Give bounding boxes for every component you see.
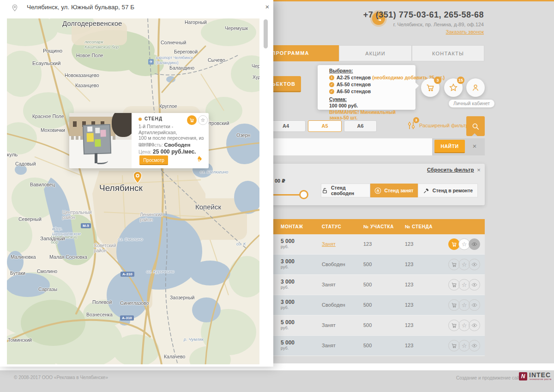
modal-close-icon[interactable]: ×	[263, 3, 271, 11]
montage-price: 3 000руб.	[281, 279, 295, 290]
map-place-label: Рощино	[43, 48, 62, 53]
stand-occupancy: Занятость: Свободен	[138, 142, 190, 148]
nav-tab[interactable]: КОНТАКТЫ	[412, 45, 484, 61]
montage-price: 3 000руб.	[281, 258, 295, 269]
map-place-label: Долгодеревенское	[62, 21, 122, 26]
selection-item-label: А5-50 стендов	[337, 82, 371, 87]
map-canvas[interactable]: ДолгодеревенскоеНагорныйЧеремушклесопарк…	[7, 18, 259, 364]
favorites-button[interactable]: 15	[444, 78, 463, 97]
cart-icon	[451, 302, 457, 308]
selection-item-status-icon: !	[329, 75, 334, 80]
map-place-label: Есаульский	[32, 61, 60, 66]
cart-button[interactable]: 3	[421, 78, 440, 97]
cart-icon	[189, 118, 194, 123]
map-place-label: Малая Сосновка	[49, 255, 87, 260]
map-pin-marker[interactable]	[132, 171, 143, 184]
stand-status: Занят	[322, 322, 336, 328]
map-place-label: Заозерный	[170, 295, 195, 300]
row-view-button[interactable]	[469, 340, 480, 351]
selection-item-label: А6-50 стендов	[337, 89, 371, 94]
map-place-label: Бутаки	[10, 271, 25, 276]
map-place-label: Малиновка	[11, 255, 36, 260]
eye-icon	[471, 261, 477, 267]
stand-status-filter-button[interactable]: Стенд свободен	[321, 184, 370, 197]
plot-number: 123	[363, 241, 372, 247]
eye-icon	[471, 343, 477, 349]
stand-photo	[69, 113, 132, 168]
personal-cabinet-tooltip: Личный кабинет	[449, 100, 494, 107]
stand-status-filter-button[interactable]: Стенд занят	[370, 184, 418, 197]
map-place-label: Вознесенка	[86, 312, 113, 317]
cart-icon	[451, 343, 457, 349]
selection-item: ! А2-25 стендов (необходимо добавить 25 …	[329, 75, 416, 81]
reset-filter-link[interactable]: Сбросить фильтр	[427, 167, 474, 172]
hot-offer-flame-icon	[195, 154, 203, 164]
price-unit: руб.	[281, 305, 295, 310]
map-place-label: Круглое	[159, 104, 177, 109]
search-close-icon[interactable]: ×	[469, 141, 480, 152]
modal-scrollbar[interactable]	[264, 19, 268, 48]
road-number-badge: М-5	[81, 223, 91, 228]
sum-value: 100 000 руб.	[329, 103, 416, 108]
selection-item-status-icon: ✓	[329, 82, 334, 87]
stand-number: 123	[405, 322, 413, 328]
map-place-label: оз. К	[236, 241, 246, 246]
row-view-button[interactable]	[469, 299, 480, 311]
modal-title: Челябинск, ул. Южный бульвар, 57 Б	[27, 4, 134, 11]
search-button[interactable]	[466, 116, 485, 136]
map-place-label: Калачево	[164, 354, 185, 359]
price-slider-handle[interactable]	[299, 190, 308, 199]
row-view-button[interactable]	[469, 259, 480, 270]
price-unit: руб.	[281, 285, 295, 290]
map-place-label: вдхр. Шершнёвское	[52, 226, 81, 236]
stand-number: 123	[405, 343, 413, 348]
map-place-label: Баландино	[169, 65, 194, 71]
format-filter-button[interactable]: А5	[308, 120, 342, 132]
lock-closed-icon	[374, 187, 381, 194]
stand-status: Свободен	[322, 261, 345, 267]
stand-info-popup: СТЕНД ☆ 1-й Пятилетки - Артиллерийская, …	[69, 113, 209, 168]
intec-logo[interactable]: N INTEC технологии роста	[519, 372, 551, 380]
stand-status-filter-button[interactable]: Стенд в ремонте	[418, 184, 478, 197]
account-button[interactable]	[466, 78, 485, 97]
montage-price: 5 000руб.	[281, 238, 295, 249]
nav-tab[interactable]: АКЦИИ	[339, 45, 412, 61]
stand-type-label: СТЕНД	[145, 116, 163, 121]
map-place-label: Полевой	[92, 300, 112, 305]
row-view-button[interactable]	[469, 320, 480, 331]
filter-close-icon[interactable]: ×	[475, 166, 483, 174]
montage-price: 5 000руб.	[281, 319, 295, 330]
row-view-button[interactable]	[469, 279, 480, 291]
col-stand-number: № СТЕНДА	[405, 219, 433, 234]
intec-logo-tagline: технологии роста	[529, 378, 551, 380]
map-place-label: Новое Поле	[76, 53, 103, 58]
map-place-label: Чер	[252, 64, 259, 69]
selection-summary-card: Выбрано: ! А2-25 стендов (необходимо доб…	[318, 65, 416, 110]
map-place-label: Солнечный	[161, 40, 186, 45]
view-stand-button[interactable]: Просмотр	[139, 155, 168, 165]
eye-icon	[471, 241, 477, 247]
row-view-button[interactable]	[469, 238, 480, 250]
price-unit: руб.	[281, 346, 295, 350]
results-table-header: МОНТАЖ СТАТУС № УЧАСТКА № СТЕНДА	[259, 219, 485, 234]
star-icon	[449, 83, 458, 92]
table-row: 3 000руб. Занят 500 123 ☆	[259, 275, 485, 295]
plot-number: 500	[363, 343, 372, 348]
occupancy-label: Занятость:	[138, 142, 163, 148]
plot-number: 500	[363, 302, 372, 308]
price-unit: руб.	[281, 326, 295, 330]
selection-item: ✓ А6-50 стендов	[329, 89, 416, 95]
map-place-label: лесопарк Каштакский бор	[84, 39, 119, 49]
map-place-label: аэропорт Челябинск (Баландино)	[156, 55, 193, 65]
format-filter-button[interactable]: А6	[344, 120, 377, 132]
occupancy-value: Свободен	[164, 142, 191, 148]
find-button[interactable]: НАЙТИ	[434, 140, 465, 153]
search-icon	[471, 122, 480, 131]
map-place-label: Худ	[253, 75, 259, 80]
map-place-label: Ленинский район	[140, 212, 163, 222]
copyright-text: © 2008-2017 ООО «Реклама в Челябинске»	[14, 375, 108, 380]
favorites-count-badge: 15	[457, 77, 464, 84]
callback-link[interactable]: Заказать звонок	[446, 29, 484, 35]
map-place-label: Красное Поле	[32, 114, 64, 119]
search-input[interactable]	[259, 138, 432, 155]
